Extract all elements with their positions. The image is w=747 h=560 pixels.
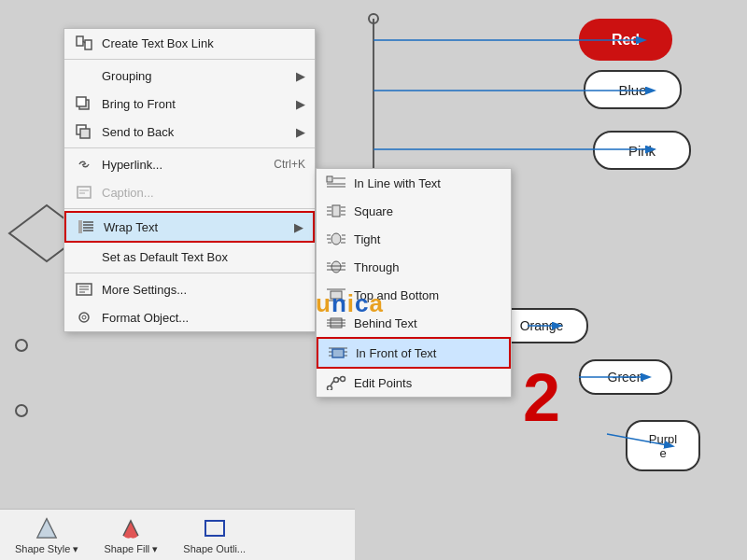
- bring-to-front-arrow: ▶: [296, 97, 305, 111]
- toolbar-shape-style[interactable]: Shape Style ▾: [9, 513, 84, 557]
- separator-2: [64, 147, 315, 148]
- shape-blue[interactable]: Blue: [584, 70, 682, 109]
- set-default-icon: [74, 247, 94, 266]
- svg-rect-35: [327, 176, 332, 182]
- shape-green[interactable]: Green: [579, 359, 672, 395]
- svg-point-70: [334, 378, 339, 383]
- in-front-icon: [328, 343, 348, 362]
- context-menu: Create Text Box Link Grouping ▶ Bring to…: [63, 28, 316, 332]
- wrap-text-label: Wrap Text: [104, 220, 158, 234]
- separator-1: [64, 59, 315, 60]
- send-to-back-arrow: ▶: [296, 125, 305, 139]
- through-label: Through: [354, 260, 399, 274]
- menu-item-send-to-back[interactable]: Send to Back ▶: [64, 118, 315, 146]
- hyperlink-shortcut: Ctrl+K: [274, 158, 305, 171]
- svg-rect-20: [80, 129, 90, 138]
- wrap-text-arrow: ▶: [294, 220, 303, 234]
- square-label: Square: [354, 204, 393, 218]
- in-front-text-label: In Front of Text: [356, 346, 436, 360]
- wrap-text-submenu: In Line with Text Square Tight Through T…: [316, 168, 512, 398]
- separator-4: [64, 273, 315, 273]
- submenu-item-tight[interactable]: Tight: [317, 225, 511, 253]
- svg-point-69: [328, 386, 332, 391]
- toolbar-shape-fill[interactable]: Shape Fill ▾: [98, 513, 163, 557]
- edit-points-label: Edit Points: [354, 376, 412, 390]
- svg-point-71: [341, 377, 345, 382]
- menu-item-format-object[interactable]: Format Object...: [64, 303, 315, 331]
- submenu-item-square[interactable]: Square: [317, 197, 511, 225]
- bring-to-front-icon: [74, 94, 94, 113]
- toolbar-shape-outline[interactable]: Shape Outli...: [177, 513, 251, 556]
- submenu-item-inline[interactable]: In Line with Text: [317, 169, 511, 197]
- svg-point-53: [331, 261, 341, 273]
- caption-label: Caption...: [102, 186, 154, 200]
- svg-rect-15: [77, 36, 83, 46]
- grouping-label: Grouping: [102, 69, 151, 83]
- menu-item-bring-to-front[interactable]: Bring to Front ▶: [64, 90, 315, 118]
- shape-purple[interactable]: Purpl e: [626, 420, 700, 471]
- number-label-2: 2: [523, 364, 560, 431]
- format-object-label: Format Object...: [102, 311, 189, 325]
- menu-item-grouping[interactable]: Grouping ▶: [64, 62, 315, 90]
- submenu-item-in-front[interactable]: In Front of Text: [317, 337, 511, 369]
- unica-watermark: unica: [316, 289, 384, 318]
- svg-rect-39: [332, 205, 340, 217]
- menu-item-hyperlink[interactable]: Hyperlink... Ctrl+K: [64, 150, 315, 178]
- hyperlink-icon: [74, 155, 94, 174]
- send-to-back-icon: [74, 122, 94, 141]
- shape-style-label: Shape Style ▾: [15, 543, 78, 555]
- grouping-arrow: ▶: [296, 69, 305, 83]
- create-text-box-link-label: Create Text Box Link: [102, 36, 214, 50]
- more-settings-icon: [74, 280, 94, 299]
- menu-item-more-settings[interactable]: More Settings...: [64, 275, 315, 303]
- menu-item-create-text-box-link[interactable]: Create Text Box Link: [64, 29, 315, 57]
- svg-rect-18: [77, 97, 86, 106]
- send-to-back-label: Send to Back: [102, 125, 174, 139]
- svg-rect-21: [78, 187, 91, 198]
- create-text-box-link-icon: [74, 34, 94, 52]
- edit-points-icon: [326, 373, 346, 392]
- wrap-text-icon: [76, 217, 96, 236]
- caption-icon: [74, 183, 94, 202]
- menu-item-caption[interactable]: Caption...: [64, 178, 315, 206]
- svg-rect-68: [332, 349, 344, 357]
- svg-rect-24: [78, 220, 82, 233]
- svg-point-33: [79, 313, 89, 322]
- inline-text-icon: [326, 174, 346, 192]
- separator-3: [64, 208, 315, 209]
- submenu-item-through[interactable]: Through: [317, 253, 511, 281]
- toolbar: Shape Style ▾ Shape Fill ▾ Shape Outli..…: [0, 509, 355, 560]
- svg-rect-72: [205, 521, 224, 536]
- inline-text-label: In Line with Text: [354, 176, 441, 190]
- menu-item-set-default[interactable]: Set as Default Text Box: [64, 243, 315, 271]
- more-settings-label: More Settings...: [102, 283, 187, 297]
- shape-outline-icon: [202, 515, 228, 541]
- grouping-icon: [74, 66, 94, 85]
- svg-point-46: [331, 233, 341, 245]
- svg-point-34: [82, 315, 86, 319]
- shape-style-icon: [34, 515, 60, 541]
- shape-fill-icon: [118, 515, 144, 541]
- shape-fill-label: Shape Fill ▾: [104, 543, 158, 555]
- tight-label: Tight: [354, 232, 380, 246]
- menu-item-wrap-text[interactable]: Wrap Text ▶: [64, 211, 315, 243]
- svg-rect-16: [85, 40, 92, 49]
- format-object-icon: [74, 308, 94, 327]
- shape-red[interactable]: Red: [579, 19, 672, 61]
- square-icon: [326, 202, 346, 220]
- through-icon: [326, 258, 346, 276]
- tight-icon: [326, 230, 346, 248]
- shape-outline-label: Shape Outli...: [183, 543, 246, 554]
- set-default-label: Set as Default Text Box: [102, 250, 228, 264]
- bring-to-front-label: Bring to Front: [102, 97, 176, 111]
- shape-pink[interactable]: Pink: [593, 131, 691, 170]
- submenu-item-edit-points[interactable]: Edit Points: [317, 369, 511, 397]
- hyperlink-label: Hyperlink...: [102, 158, 162, 172]
